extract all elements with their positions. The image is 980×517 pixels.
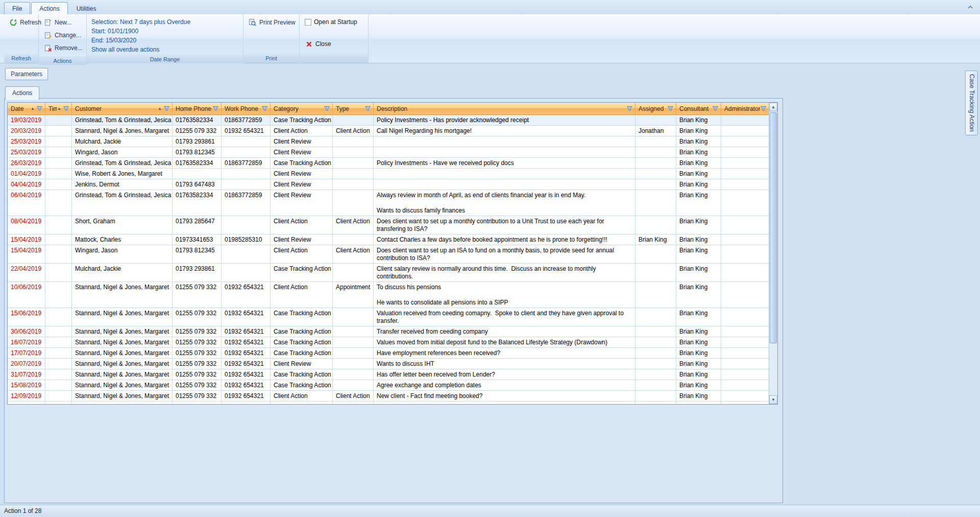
tab-file[interactable]: File (4, 2, 30, 14)
column-header-label: Work Phone (225, 105, 261, 112)
scroll-down-button[interactable]: ▼ (769, 395, 777, 404)
filter-icon[interactable] (626, 105, 633, 112)
column-header-home_phone[interactable]: Home Phone (173, 103, 222, 115)
cell-date: 06/04/2019 (8, 190, 45, 216)
cell-administrator (721, 380, 769, 391)
column-header-description[interactable]: Description (374, 103, 635, 115)
table-row[interactable]: 06/04/2019Grinstead, Tom & Grinstead, Je… (8, 190, 769, 216)
column-header-work_phone[interactable]: Work Phone (222, 103, 271, 115)
cell-description: To discuss his pensions He wants to cons… (374, 282, 635, 308)
show-all-overdue-actions[interactable]: Show all overdue actions (90, 45, 239, 54)
column-header-label: Home Phone (176, 105, 212, 112)
cell-time (45, 337, 72, 348)
table-row[interactable]: 25/03/2019Mulchard, Jackie01793 293861Cl… (8, 136, 769, 147)
tab-utilities[interactable]: Utilities (69, 3, 104, 14)
filter-icon[interactable] (261, 105, 268, 112)
remove-button[interactable]: Remove... (42, 43, 83, 53)
table-row[interactable]: 31/07/2019Stannard, Nigel & Jones, Marga… (8, 369, 769, 380)
new-button[interactable]: New... (42, 17, 83, 28)
table-row[interactable]: 08/04/2019Short, Graham01793 285647Clien… (8, 216, 769, 234)
filter-icon[interactable] (364, 105, 371, 112)
column-header-category[interactable]: Category (271, 103, 333, 115)
column-header-date[interactable]: Date▲ (8, 103, 45, 115)
cell-work_phone (222, 179, 271, 190)
tab-actions[interactable]: Actions (31, 2, 67, 14)
cell-type: Client Action (333, 216, 374, 234)
cell-assigned (635, 147, 676, 158)
cell-work_phone: 01932 654321 (222, 402, 271, 404)
filter-icon[interactable] (36, 105, 43, 112)
filter-icon[interactable] (163, 105, 170, 112)
column-header-customer[interactable]: Customer▲ (72, 103, 173, 115)
close-button[interactable]: Close (303, 39, 364, 49)
table-row[interactable]: 01/04/2019Wise, Robert & Jones, Margaret… (8, 169, 769, 179)
table-row[interactable]: 26/03/2019Grinstead, Tom & Grinstead, Je… (8, 158, 769, 169)
column-header-administrator[interactable]: Administrator (721, 103, 769, 115)
change-button[interactable]: Change... (42, 30, 83, 40)
cell-date: 20/07/2019 (8, 359, 45, 369)
filter-icon[interactable] (212, 105, 219, 112)
cell-description: Policy Investments - Have we received po… (374, 158, 635, 169)
table-row[interactable]: 17/07/2019Stannard, Nigel & Jones, Marga… (8, 348, 769, 359)
table-row[interactable]: 18/09/2019Stannard, Nigel & Jones, Marga… (8, 402, 769, 404)
filter-icon[interactable] (712, 105, 719, 112)
table-row[interactable]: 25/03/2019Wingard, Jason01793 812345Clie… (8, 147, 769, 158)
column-header-assigned[interactable]: Assigned (635, 103, 676, 115)
print-preview-button[interactable]: Print Preview (247, 17, 296, 28)
cell-date: 25/03/2019 (8, 147, 45, 158)
tab-actions-page[interactable]: Actions (5, 86, 39, 100)
table-row[interactable]: 10/06/2019Stannard, Nigel & Jones, Marga… (8, 282, 769, 308)
table-row[interactable]: 04/04/2019Jenkins, Dermot01793 647483Cli… (8, 179, 769, 190)
table-row[interactable]: 20/03/2019Stannard, Nigel & Jones, Marga… (8, 126, 769, 136)
cell-type: Appointment (333, 282, 374, 308)
table-row[interactable]: 19/03/2019Grinstead, Tom & Grinstead, Je… (8, 115, 769, 126)
cell-time (45, 126, 72, 136)
column-header-type[interactable]: Type (333, 103, 374, 115)
cell-date: 15/04/2019 (8, 234, 45, 245)
collapse-ribbon-button[interactable] (965, 3, 976, 12)
filter-icon[interactable] (760, 105, 767, 112)
cell-administrator (721, 369, 769, 380)
side-tab-case-tracking-action[interactable]: Case Tracking Action (965, 70, 978, 135)
table-row[interactable]: 15/04/2019Wingard, Jason01793 812345Clie… (8, 245, 769, 264)
refresh-button-label: Refresh (20, 19, 41, 26)
table-row[interactable]: 15/08/2019Stannard, Nigel & Jones, Marga… (8, 380, 769, 391)
column-header-consultant[interactable]: Consultant (676, 103, 721, 115)
filter-icon[interactable] (324, 105, 330, 112)
table-row[interactable]: 15/04/2019Mattock, Charles01973341653019… (8, 234, 769, 245)
filter-icon[interactable] (63, 105, 69, 112)
table-row[interactable]: 12/09/2019Stannard, Nigel & Jones, Marga… (8, 391, 769, 402)
cell-category: Case Tracking Action (271, 308, 333, 326)
table-row[interactable]: 15/06/2019Stannard, Nigel & Jones, Marga… (8, 308, 769, 326)
cell-category: Client Action (271, 282, 333, 308)
column-header-time[interactable]: Time▲ (45, 103, 72, 115)
cell-administrator (721, 359, 769, 369)
table-row[interactable]: 16/07/2019Stannard, Nigel & Jones, Marga… (8, 337, 769, 348)
table-row[interactable]: 22/04/2019Mulchard, Jackie01793 293861Ca… (8, 264, 769, 282)
cell-consultant: Brian King (676, 245, 721, 264)
cell-customer: Stannard, Nigel & Jones, Margaret (72, 326, 173, 337)
ribbon-tab-strip: File Actions Utilities (0, 0, 980, 14)
ribbon-group-label-actions: Actions (39, 57, 86, 65)
refresh-button[interactable]: Refresh (8, 17, 35, 28)
cell-assigned: Brian King (635, 234, 676, 245)
vertical-scrollbar[interactable]: ▲ ▼ (769, 103, 777, 404)
cell-assigned (635, 169, 676, 179)
cell-assigned (635, 179, 676, 190)
cell-assigned (635, 245, 676, 264)
cell-customer: Stannard, Nigel & Jones, Margaret (72, 126, 173, 136)
parameters-button[interactable]: Parameters (5, 68, 48, 80)
table-row[interactable]: 20/07/2019Stannard, Nigel & Jones, Marga… (8, 359, 769, 369)
cell-administrator (721, 264, 769, 282)
change-button-label: Change... (55, 32, 81, 39)
scroll-up-button[interactable]: ▲ (769, 103, 777, 111)
cell-description (374, 147, 635, 158)
table-row[interactable]: 30/06/2019Stannard, Nigel & Jones, Marga… (8, 326, 769, 337)
cell-category: Client Action (271, 126, 333, 136)
open-at-startup-checkbox[interactable]: Open at Startup (303, 17, 364, 27)
scroll-thumb[interactable] (770, 112, 777, 343)
scroll-track[interactable] (769, 111, 777, 395)
filter-icon[interactable] (667, 105, 674, 112)
cell-assigned (635, 402, 676, 404)
ribbon: File Actions Utilities Refresh Refresh (0, 0, 980, 63)
